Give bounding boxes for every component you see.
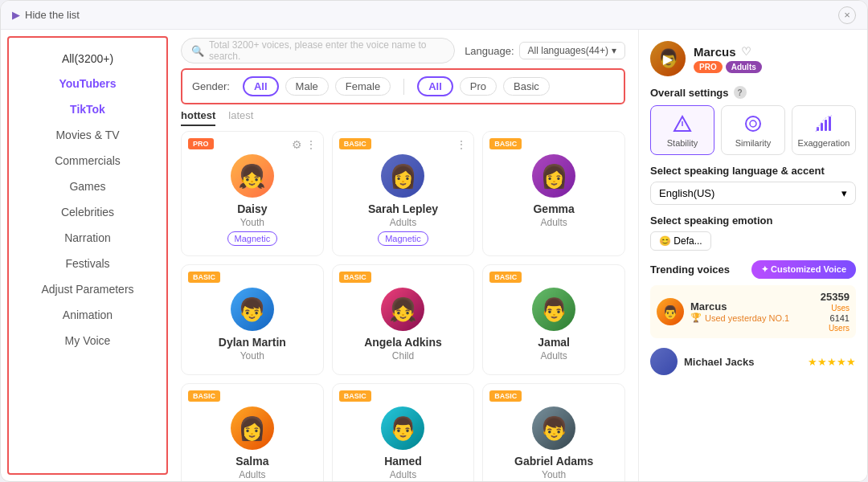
- basic-badge-hamed: BASIC: [339, 390, 371, 402]
- exaggeration-setting[interactable]: Exaggeration: [792, 105, 856, 155]
- hide-list-button[interactable]: ▶ Hide the list: [12, 9, 80, 21]
- gender-male-button[interactable]: Male: [285, 77, 329, 96]
- current-voice-row: 👨 ▶ Marcus ♡ PRO Adults: [650, 41, 856, 76]
- favorite-icon[interactable]: ♡: [741, 45, 751, 58]
- settings-row: Stability Similarity Exaggeration: [650, 105, 856, 155]
- trending-section: Trending voices ✦ Customized Voice 👨 Mar…: [650, 260, 856, 378]
- sidebar-item-celebrities[interactable]: Celebrities: [9, 200, 166, 224]
- sidebar-item-adjust[interactable]: Adjust Parameters: [9, 277, 166, 301]
- voice-avatar-sarah: 👩: [381, 154, 424, 198]
- trending-stats-marcus: 25359 Uses 6141 Users: [821, 291, 850, 333]
- voice-card-jamal[interactable]: BASIC 👨 Jamal Adults: [482, 264, 625, 375]
- search-row: 🔍 Total 3200+ voices, please enter the v…: [174, 30, 632, 68]
- sidebar-item-tiktok[interactable]: TikTok: [9, 97, 166, 121]
- language-selector: Language: All languages(44+) ▾: [465, 42, 625, 59]
- chevron-down-icon: ▾: [612, 45, 616, 56]
- search-box[interactable]: 🔍 Total 3200+ voices, please enter the v…: [181, 38, 455, 63]
- trending-avatar-marcus: 👨: [657, 298, 684, 325]
- voice-avatar-daisy: 👧: [231, 154, 274, 198]
- close-button[interactable]: ×: [838, 6, 856, 24]
- speaking-emotion-section: Select speaking emotion 😊 Defa...: [650, 214, 856, 251]
- tabs-row: hottest latest: [174, 109, 632, 131]
- emotion-button[interactable]: 😊 Defa...: [650, 231, 711, 251]
- basic-badge-angela: BASIC: [339, 272, 371, 283]
- adults-badge-current: Adults: [726, 61, 762, 73]
- voice-card-sarah[interactable]: BASIC ⋮ 👩 Sarah Lepley Adults Magnetic: [332, 131, 475, 256]
- arrow-icon: ▶: [12, 9, 20, 21]
- voice-age-daisy: Youth: [240, 217, 264, 228]
- language-select-value: English(US): [659, 187, 714, 199]
- voice-name-daisy: Daisy: [237, 202, 267, 215]
- filter-divider: [403, 79, 404, 95]
- language-value: All languages(44+): [528, 45, 608, 56]
- basic-badge-dylan: BASIC: [188, 272, 220, 283]
- voice-card-angela[interactable]: BASIC 👧 Angela Adkins Child: [332, 264, 475, 375]
- voice-avatar-angela: 👧: [381, 288, 424, 331]
- voice-name-jamal: Jamal: [538, 336, 570, 349]
- voice-card-hamed[interactable]: BASIC 👨 Hamed Adults: [332, 383, 475, 481]
- language-dropdown[interactable]: All languages(44+) ▾: [519, 42, 625, 59]
- trending-name-marcus: Marcus: [690, 300, 814, 312]
- more-icon[interactable]: ⋮: [456, 138, 467, 151]
- right-panel: 👨 ▶ Marcus ♡ PRO Adults Overa: [638, 30, 867, 481]
- voice-avatar-gemma: 👩: [532, 154, 575, 198]
- voice-card-dylan[interactable]: BASIC 👦 Dylan Martin Youth: [181, 264, 324, 375]
- overall-settings-section: Overall settings ? Stability: [650, 86, 856, 155]
- help-icon[interactable]: ?: [734, 86, 747, 99]
- voice-age-hamed: Adults: [390, 469, 416, 480]
- voice-tag-daisy: Magnetic: [227, 231, 278, 246]
- stability-setting[interactable]: Stability: [650, 105, 714, 155]
- tab-hottest[interactable]: hottest: [181, 109, 215, 126]
- settings-icon[interactable]: ⚙: [292, 138, 302, 151]
- voice-name-salma: Salma: [235, 455, 268, 468]
- michael-name: Michael Jacks: [684, 356, 754, 368]
- svg-rect-6: [825, 120, 827, 131]
- stability-label: Stability: [667, 138, 698, 148]
- pro-badge-current: PRO: [694, 61, 723, 73]
- language-select-dropdown[interactable]: English(US) ▾: [650, 182, 856, 205]
- sidebar-item-movies-tv[interactable]: Movies & TV: [9, 123, 166, 147]
- sidebar-item-commercials[interactable]: Commercials: [9, 149, 166, 173]
- sidebar-item-all[interactable]: All(3200+): [9, 47, 166, 70]
- sidebar-item-animation[interactable]: Animation: [9, 303, 166, 327]
- gender-all-button[interactable]: All: [243, 76, 279, 96]
- sidebar: All(3200+) YouTubers TikTok Movies & TV …: [7, 36, 168, 475]
- speaking-emotion-title: Select speaking emotion: [650, 214, 856, 227]
- voice-card-salma[interactable]: BASIC 👩 Salma Adults: [181, 383, 324, 481]
- voice-age-sarah: Adults: [390, 217, 416, 228]
- type-pro-button[interactable]: Pro: [460, 77, 497, 96]
- voice-name-angela: Angela Adkins: [364, 336, 442, 349]
- similarity-setting[interactable]: Similarity: [721, 105, 785, 155]
- filter-bar: Gender: All Male Female All Pro Basic: [181, 68, 625, 104]
- play-button[interactable]: ▶: [650, 41, 686, 76]
- main-container: ▶ Hide the list × All(3200+) YouTubers T…: [0, 0, 868, 482]
- sidebar-item-youtubers[interactable]: YouTubers: [9, 71, 166, 96]
- voice-card-gabriel[interactable]: BASIC 👦 Gabriel Adams Youth: [482, 383, 625, 481]
- voice-avatar-dylan: 👦: [231, 288, 274, 331]
- customized-voice-button[interactable]: ✦ Customized Voice: [751, 260, 856, 279]
- hide-list-label: Hide the list: [25, 9, 80, 21]
- type-basic-button[interactable]: Basic: [503, 77, 550, 96]
- voices-grid: PRO ⚙ ⋮ 👧 Daisy Youth Magnetic BASIC ⋮: [174, 131, 632, 481]
- voice-card-gemma[interactable]: BASIC 👩 Gemma Adults: [482, 131, 625, 256]
- voice-card-daisy[interactable]: PRO ⚙ ⋮ 👧 Daisy Youth Magnetic: [181, 131, 324, 256]
- basic-badge-gabriel: BASIC: [489, 390, 522, 402]
- sidebar-item-narration[interactable]: Narration: [9, 226, 166, 250]
- tab-latest[interactable]: latest: [228, 109, 253, 126]
- sidebar-item-games[interactable]: Games: [9, 174, 166, 198]
- trending-item-michael[interactable]: Michael Jacks ★★★★★: [650, 345, 856, 378]
- basic-badge-salma: BASIC: [188, 390, 220, 402]
- current-voice-avatar[interactable]: 👨 ▶: [650, 41, 686, 76]
- more-icon[interactable]: ⋮: [305, 138, 317, 151]
- trending-info-marcus: Marcus 🏆 Used yesterday NO.1: [690, 300, 814, 323]
- sidebar-item-my-voice[interactable]: My Voice: [9, 329, 166, 353]
- type-all-button[interactable]: All: [417, 76, 453, 96]
- michael-avatar: [650, 348, 678, 375]
- voice-age-angela: Child: [392, 350, 414, 362]
- filter-gender-label: Gender:: [192, 80, 230, 92]
- gender-female-button[interactable]: Female: [335, 77, 391, 96]
- sidebar-item-festivals[interactable]: Festivals: [9, 251, 166, 276]
- trending-item-marcus[interactable]: 👨 Marcus 🏆 Used yesterday NO.1 25359 Use…: [650, 285, 856, 338]
- trending-sub-marcus: 🏆 Used yesterday NO.1: [690, 312, 814, 323]
- voice-name-sarah: Sarah Lepley: [368, 202, 438, 215]
